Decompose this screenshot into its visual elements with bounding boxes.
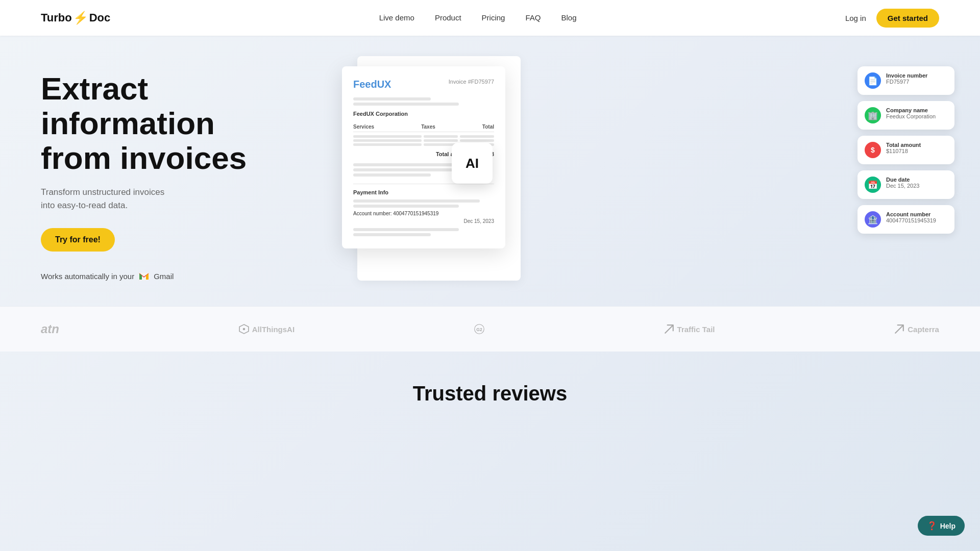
invoice-line	[353, 228, 459, 231]
hero-subtitle: Transform unstructured invoices into eas…	[41, 186, 286, 212]
logo-atn: atn	[41, 322, 59, 336]
logo-text: Turbo	[41, 11, 72, 24]
logo-traffictail: Traffic Tail	[664, 324, 715, 334]
gmail-works-text: Works automatically in your	[41, 272, 134, 281]
logo-g2: G2	[474, 324, 484, 334]
ai-badge: AI	[452, 143, 493, 184]
svg-point-2	[243, 328, 245, 330]
trusted-title: Trusted reviews	[41, 382, 939, 405]
invoice-line	[353, 199, 480, 203]
invoice-divider	[353, 184, 494, 184]
invoice-line	[353, 103, 459, 106]
invoice-number-label: Invoice #FD75977	[449, 79, 494, 85]
help-icon: ❓	[927, 521, 937, 531]
account-number-icon: 🏦	[865, 211, 881, 228]
nav-link-blog[interactable]: Blog	[561, 13, 576, 22]
table-row	[353, 135, 494, 138]
try-free-button[interactable]: Try for free!	[41, 228, 115, 252]
total-amount-card-value: $110718	[886, 148, 921, 154]
invoice-line	[353, 97, 431, 101]
nav-right: Log in Get started	[845, 9, 939, 28]
table-row	[353, 139, 494, 142]
hero-section: Extract information from invoices Transf…	[0, 36, 980, 306]
gmail-label: Gmail	[154, 272, 174, 281]
nav-link-pricing[interactable]: Pricing	[482, 13, 505, 22]
nav-link-product[interactable]: Product	[435, 13, 461, 22]
invoice-number-icon: 📄	[865, 72, 881, 89]
invoice-line	[353, 173, 431, 177]
nav-link-faq[interactable]: FAQ	[525, 13, 541, 22]
invoice-line	[353, 233, 431, 236]
login-button[interactable]: Log in	[845, 14, 866, 22]
info-card-company-name: 🏢 Company name Feedux Corporation	[857, 101, 954, 130]
logo[interactable]: Turbo⚡Doc	[41, 11, 110, 25]
hero-title: Extract information from invoices	[41, 71, 286, 176]
invoice-header: FeedUX Invoice #FD75977	[353, 79, 494, 90]
navbar: Turbo⚡Doc Live demo Product Pricing FAQ …	[0, 0, 980, 36]
account-number-card-value: 4004770151945319	[886, 217, 936, 223]
logo-suffix: Doc	[89, 11, 111, 24]
invoice-date: Dec 15, 2023	[353, 218, 494, 224]
company-name-card-label: Company name	[886, 107, 936, 113]
info-card-account-number: 🏦 Account number 4004770151945319	[857, 205, 954, 234]
invoice-logo: FeedUX	[353, 79, 391, 90]
info-card-due-date: 📅 Due date Dec 15, 2023	[857, 170, 954, 199]
gmail-line: Works automatically in your Gmail	[41, 272, 286, 281]
info-cards: 📄 Invoice number FD75977 🏢 Company name …	[857, 66, 954, 234]
help-button[interactable]: ❓ Help	[918, 516, 965, 536]
company-name-icon: 🏢	[865, 107, 881, 123]
invoice-line	[353, 168, 459, 171]
account-number-card-label: Account number	[886, 211, 936, 217]
due-date-card-value: Dec 15, 2023	[886, 183, 919, 189]
payment-title: Payment Info	[353, 189, 494, 195]
total-amount-icon: $	[865, 142, 881, 158]
invoice-table-header: Services Taxes Total	[353, 124, 494, 132]
nav-link-live-demo[interactable]: Live demo	[379, 13, 414, 22]
help-label: Help	[940, 522, 955, 530]
invoice-account: Account number: 4004770151945319	[353, 211, 494, 216]
bottom-lines	[353, 228, 494, 236]
company-name-card-value: Feedux Corporation	[886, 113, 936, 119]
get-started-button[interactable]: Get started	[876, 9, 939, 28]
invoice-lines-top	[353, 97, 494, 106]
invoice-number-card-value: FD75977	[886, 79, 927, 85]
hero-visual: FeedUX Invoice #FD75977 FeedUX Corporati…	[316, 66, 939, 286]
due-date-icon: 📅	[865, 177, 881, 193]
payment-lines	[353, 199, 494, 208]
invoice-number-card-label: Invoice number	[886, 72, 927, 79]
nav-links: Live demo Product Pricing FAQ Blog	[379, 13, 577, 22]
info-card-total-amount: $ Total amount $110718	[857, 136, 954, 164]
logo-capterra: Capterra	[894, 324, 939, 334]
logo-allthingsai: AllThingsAI	[239, 324, 295, 334]
gmail-icon	[138, 272, 150, 281]
total-amount-card-label: Total amount	[886, 142, 921, 148]
hero-left: Extract information from invoices Transf…	[41, 71, 286, 281]
invoice-line	[353, 205, 459, 208]
invoice-company: FeedUX Corporation	[353, 111, 494, 117]
logos-section: atn AllThingsAI G2 Traffic Tail Capterra	[0, 306, 980, 352]
trusted-section: Trusted reviews	[0, 352, 980, 425]
svg-text:G2: G2	[476, 327, 482, 332]
bolt-icon: ⚡	[73, 11, 88, 25]
info-card-invoice-number: 📄 Invoice number FD75977	[857, 66, 954, 95]
due-date-card-label: Due date	[886, 177, 919, 183]
